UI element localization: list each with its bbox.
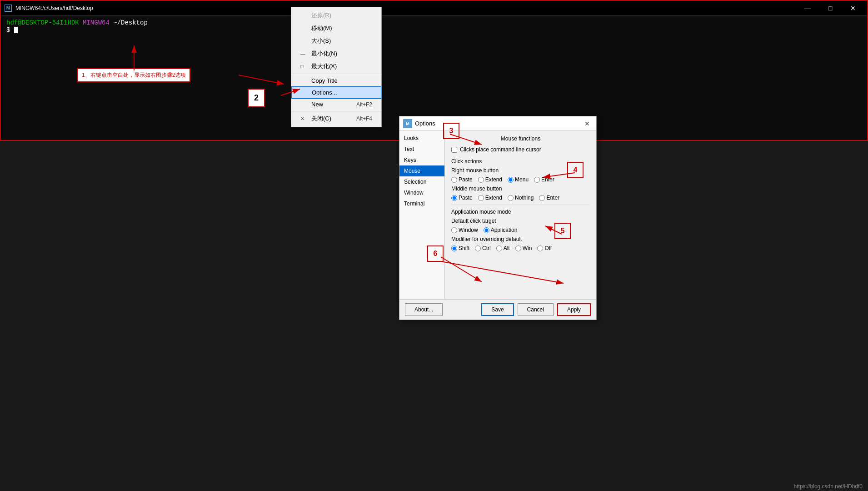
dialog-title: Options xyxy=(415,120,582,127)
right-extend-option[interactable]: Extend xyxy=(478,176,502,183)
middle-mouse-options: Paste Extend Nothing Enter xyxy=(451,195,590,201)
move-label: 移动(M) xyxy=(311,24,332,32)
middle-enter-option[interactable]: Enter xyxy=(539,195,559,201)
terminal-icon: M xyxy=(5,5,12,12)
terminal-titlebar: M MINGW64:/c/Users/hdf/Desktop — □ ✕ xyxy=(1,1,867,15)
sidebar-item-text[interactable]: Text xyxy=(399,144,444,155)
menu-separator1 xyxy=(291,74,381,74)
sidebar-item-window[interactable]: Window xyxy=(399,187,444,198)
about-button[interactable]: About... xyxy=(405,303,443,316)
modifier-ctrl-option[interactable]: Ctrl xyxy=(475,245,491,251)
mouse-functions-title: Mouse functions xyxy=(451,135,590,142)
footer-left: About... xyxy=(405,303,443,316)
dialog-footer: About... Save Cancel Apply xyxy=(399,299,596,320)
modifier-options: Shift Ctrl Alt Win Off xyxy=(451,245,590,251)
middle-nothing-option[interactable]: Nothing xyxy=(508,195,534,201)
footer-right: Save Cancel Apply xyxy=(481,303,591,316)
size-label: 大小(S) xyxy=(311,37,331,45)
menu-separator2 xyxy=(291,111,381,111)
step2-annotation: 2 xyxy=(248,89,265,107)
dialog-icon: M xyxy=(403,119,412,128)
clicks-place-cursor-label: Clicks place command line cursor xyxy=(460,146,541,153)
middle-paste-option[interactable]: Paste xyxy=(451,195,473,201)
app-mouse-mode-label: Application mouse mode xyxy=(451,209,590,215)
new-shortcut: Alt+F2 xyxy=(356,101,372,108)
middle-mouse-label: Middle mouse button xyxy=(451,185,590,192)
cancel-button[interactable]: Cancel xyxy=(518,303,554,316)
sidebar-item-keys[interactable]: Keys xyxy=(399,155,444,165)
close-button[interactable]: ✕ xyxy=(843,1,863,15)
right-paste-option[interactable]: Paste xyxy=(451,176,473,183)
terminal-line2: $ xyxy=(6,26,862,34)
sidebar-item-terminal[interactable]: Terminal xyxy=(399,198,444,209)
modifier-off-option[interactable]: Off xyxy=(537,245,552,251)
context-menu-new[interactable]: New Alt+F2 xyxy=(291,99,381,110)
modifier-alt-option[interactable]: Alt xyxy=(496,245,510,251)
maximize-label: 最大化(X) xyxy=(311,62,337,70)
step3-indicator: 3 xyxy=(443,123,459,139)
context-menu-maximize[interactable]: □ 最大化(X) xyxy=(291,60,381,73)
restore-label: 还原(R) xyxy=(311,11,331,20)
new-label: New xyxy=(311,101,323,108)
terminal-line1: hdf@DESKTOP-54I1HDK MINGW64 ~/Desktop xyxy=(6,19,862,26)
clicks-place-cursor-row: Clicks place command line cursor xyxy=(451,146,590,153)
close-shortcut: Alt+F4 xyxy=(356,115,372,122)
context-menu: 还原(R) 移动(M) 大小(S) — 最小化(N) □ 最大化(X) Copy… xyxy=(291,7,382,127)
close-label: 关闭(C) xyxy=(311,115,331,123)
dialog-content: Mouse functions Clicks place command lin… xyxy=(445,131,596,299)
context-menu-move[interactable]: 移动(M) xyxy=(291,22,381,35)
terminal-user: hdf@DESKTOP-54I1HDK xyxy=(6,19,79,26)
options-label: Options... xyxy=(312,89,337,96)
right-menu-option[interactable]: Menu xyxy=(508,176,529,183)
terminal-prompt: $ xyxy=(6,26,10,34)
step1-annotation: 1、右键点击空白处，显示如右图步骤2选项 xyxy=(77,68,190,82)
url-text: https://blog.csdn.net/HDhdf0 xyxy=(794,483,863,490)
maximize-button[interactable]: □ xyxy=(820,1,841,15)
terminal-dir: ~/Desktop xyxy=(113,19,148,26)
context-menu-size[interactable]: 大小(S) xyxy=(291,35,381,47)
dialog-close-button[interactable]: ✕ xyxy=(582,118,593,129)
url-bar: https://blog.csdn.net/HDhdf0 xyxy=(788,482,868,491)
step6-indicator: 6 xyxy=(427,246,444,262)
copy-title-label: Copy Title xyxy=(311,77,338,84)
target-window-option[interactable]: Window xyxy=(451,227,478,233)
context-menu-close[interactable]: ✕ 关闭(C) Alt+F4 xyxy=(291,112,381,125)
minimize-button[interactable]: — xyxy=(797,1,818,15)
dialog-titlebar: M Options ✕ xyxy=(399,116,596,131)
right-enter-option[interactable]: Enter xyxy=(534,176,554,183)
sidebar-item-selection[interactable]: Selection xyxy=(399,176,444,187)
terminal-path: MINGW64 xyxy=(83,19,110,26)
minimize-label: 最小化(N) xyxy=(311,50,337,58)
step5-indicator: 5 xyxy=(554,223,571,239)
terminal-title: MINGW64:/c/Users/hdf/Desktop xyxy=(15,5,797,11)
options-dialog: M Options ✕ Looks Text Keys Mouse Select… xyxy=(399,116,597,320)
apply-button[interactable]: Apply xyxy=(557,303,591,316)
dialog-sidebar: Looks Text Keys Mouse Selection Window T… xyxy=(399,131,445,299)
sidebar-item-mouse[interactable]: Mouse xyxy=(399,165,444,176)
modifier-win-option[interactable]: Win xyxy=(515,245,532,251)
context-menu-options[interactable]: Options... xyxy=(291,86,381,99)
terminal-controls: — □ ✕ xyxy=(797,1,863,15)
clicks-place-cursor-checkbox[interactable] xyxy=(451,147,457,153)
target-application-option[interactable]: Application xyxy=(484,227,518,233)
modifier-shift-option[interactable]: Shift xyxy=(451,245,469,251)
sidebar-item-looks[interactable]: Looks xyxy=(399,133,444,144)
middle-extend-option[interactable]: Extend xyxy=(478,195,502,201)
context-menu-copy-title[interactable]: Copy Title xyxy=(291,75,381,86)
dialog-body: Looks Text Keys Mouse Selection Window T… xyxy=(399,131,596,299)
terminal-cursor xyxy=(14,27,18,33)
context-menu-restore[interactable]: 还原(R) xyxy=(291,9,381,22)
step4-indicator: 4 xyxy=(567,162,584,178)
context-menu-minimize[interactable]: — 最小化(N) xyxy=(291,47,381,60)
save-button[interactable]: Save xyxy=(481,303,514,316)
